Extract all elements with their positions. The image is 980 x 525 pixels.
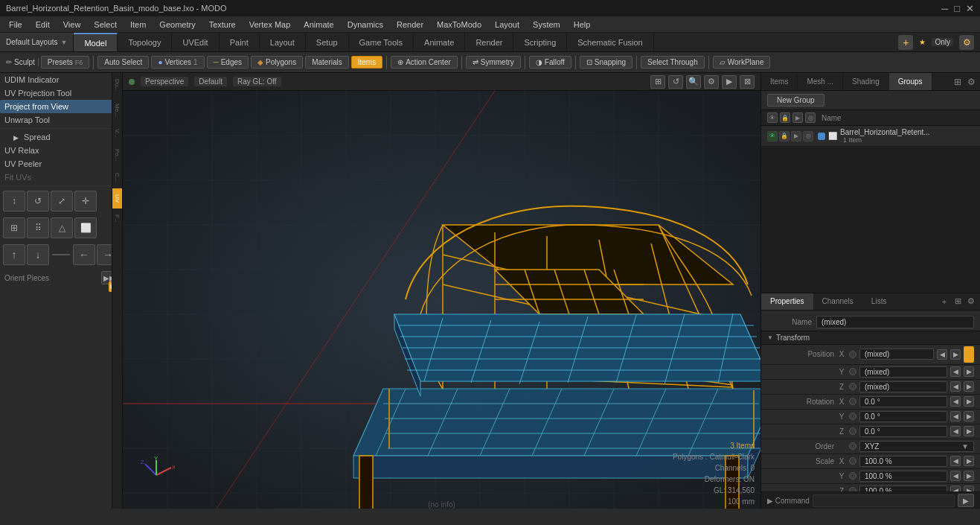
menu-file[interactable]: File bbox=[3, 19, 28, 31]
settings-icon[interactable]: ⚙ bbox=[959, 35, 974, 50]
edge-label-c[interactable]: C... bbox=[112, 167, 122, 188]
prop-rx-left-arrow[interactable]: ◀ bbox=[950, 396, 961, 407]
vertices-button[interactable]: ● Vertices 1 bbox=[151, 56, 204, 69]
sidebar-spread[interactable]: ▶ Spread bbox=[0, 130, 122, 144]
tab-scripting[interactable]: Scripting bbox=[513, 33, 567, 51]
gli-render-icon[interactable]: ▶ bbox=[791, 131, 801, 141]
vp-icon-expand[interactable]: ⊠ bbox=[740, 75, 755, 89]
tool-move[interactable]: ↕ bbox=[3, 191, 25, 211]
minimize-btn[interactable]: ─ bbox=[941, 3, 948, 14]
tab-animate[interactable]: Animate bbox=[414, 33, 465, 51]
menu-system[interactable]: System bbox=[527, 19, 566, 31]
prop-ry-left-arrow[interactable]: ◀ bbox=[950, 411, 961, 421]
prop-sz-right-arrow[interactable]: ▶ bbox=[964, 486, 974, 491]
sidebar-uv-relax[interactable]: UV Relax bbox=[0, 144, 122, 157]
add-tab-button[interactable]: + bbox=[898, 35, 913, 50]
viewport-default[interactable]: Default bbox=[194, 77, 227, 86]
menu-select[interactable]: Select bbox=[88, 19, 123, 31]
prop-x-orange[interactable] bbox=[964, 346, 974, 363]
layout-selector[interactable]: Default Layouts ▼ bbox=[0, 33, 74, 51]
prop-position-y-value[interactable]: (mixed) bbox=[859, 366, 947, 378]
auto-select-button[interactable]: Auto Select bbox=[97, 56, 149, 69]
sidebar-unwrap-tool[interactable]: Unwrap Tool bbox=[0, 113, 122, 127]
tab-render[interactable]: Render bbox=[465, 33, 513, 51]
new-group-button[interactable]: New Group bbox=[767, 94, 824, 106]
prop-name-input[interactable] bbox=[816, 316, 974, 328]
snapping-button[interactable]: ⊡ Snapping bbox=[580, 56, 632, 69]
gli-eye-icon[interactable]: 👁 bbox=[767, 131, 778, 141]
workplane-button[interactable]: ▱ WorkPlane bbox=[713, 56, 771, 69]
tab-setup[interactable]: Setup bbox=[306, 33, 349, 51]
viewport[interactable]: Perspective Default Ray GL: Off ⊞ ↺ 🔍 ⚙ … bbox=[123, 73, 760, 509]
edge-label-po[interactable]: Po... bbox=[112, 143, 122, 167]
symmetry-button[interactable]: ⇌ Symmetry bbox=[466, 56, 521, 69]
menu-vertexmap[interactable]: Vertex Map bbox=[243, 19, 297, 31]
tool-cube[interactable]: ⬜ bbox=[74, 217, 97, 238]
prop-rz-left-arrow[interactable]: ◀ bbox=[950, 426, 961, 436]
prop-x-left-arrow[interactable]: ◀ bbox=[937, 349, 947, 360]
tool-dot-grid[interactable]: ⠿ bbox=[27, 217, 49, 238]
select-through-button[interactable]: Select Through bbox=[641, 56, 705, 69]
group-list-item[interactable]: 👁 🔒 ▶ ◎ ⬜ Barrel_Horizontal_Retent... 1 … bbox=[761, 126, 980, 147]
prop-transform-header[interactable]: ▼ Transform bbox=[761, 331, 980, 345]
menu-texture[interactable]: Texture bbox=[203, 19, 242, 31]
prop-order-select[interactable]: XYZ ▼ bbox=[859, 441, 974, 452]
panel-settings-icon[interactable]: ⚙ bbox=[965, 76, 977, 88]
panel-tab-items[interactable]: Items bbox=[761, 73, 798, 90]
groups-icon-vis[interactable]: ◎ bbox=[805, 112, 816, 123]
prop-rotation-x-value[interactable]: 0.0 ° bbox=[859, 396, 947, 407]
close-btn[interactable]: ✕ bbox=[966, 3, 974, 14]
menu-layout[interactable]: Layout bbox=[489, 19, 525, 31]
prop-expand-icon[interactable]: ⊞ bbox=[952, 296, 964, 308]
prop-scale-z-value[interactable]: 100.0 % bbox=[859, 486, 947, 492]
panel-tab-groups[interactable]: Groups bbox=[889, 73, 932, 90]
prop-rx-dot[interactable] bbox=[849, 398, 856, 405]
prop-tab-lists[interactable]: Lists bbox=[862, 293, 896, 310]
menu-item[interactable]: Item bbox=[124, 19, 152, 31]
panel-tab-mesh[interactable]: Mesh ... bbox=[798, 73, 843, 90]
viewport-raygl[interactable]: Ray GL: Off bbox=[233, 77, 281, 86]
edge-label-uv[interactable]: UV bbox=[112, 188, 122, 209]
prop-z-dot[interactable] bbox=[849, 383, 856, 390]
tool-triangle[interactable]: △ bbox=[51, 217, 73, 238]
groups-icon-eye[interactable]: 👁 bbox=[767, 112, 778, 123]
prop-sx-dot[interactable] bbox=[849, 457, 856, 465]
viewport-perspective[interactable]: Perspective bbox=[141, 77, 188, 86]
groups-icon-lock[interactable]: 🔒 bbox=[780, 112, 790, 123]
prop-scale-y-value[interactable]: 100.0 % bbox=[859, 471, 947, 482]
prop-x-right-arrow[interactable]: ▶ bbox=[950, 349, 961, 360]
prop-rz-dot[interactable] bbox=[849, 427, 856, 435]
menu-view[interactable]: View bbox=[57, 19, 87, 31]
menu-geometry[interactable]: Geometry bbox=[153, 19, 201, 31]
prop-add-icon[interactable]: + bbox=[938, 296, 950, 308]
tool-grid[interactable]: ⊞ bbox=[3, 217, 25, 238]
items-button[interactable]: Items bbox=[351, 56, 382, 69]
sidebar-uv-projection[interactable]: UV Projection Tool bbox=[0, 86, 122, 100]
menu-animate[interactable]: Animate bbox=[298, 19, 339, 31]
prop-sy-left-arrow[interactable]: ◀ bbox=[950, 471, 961, 481]
prop-rotation-y-value[interactable]: 0.0 ° bbox=[859, 411, 947, 422]
prop-sx-right-arrow[interactable]: ▶ bbox=[964, 456, 974, 466]
gli-lock-icon[interactable]: 🔒 bbox=[779, 131, 790, 141]
tool-transform[interactable]: ✛ bbox=[74, 191, 97, 211]
edge-label-du[interactable]: Du... bbox=[112, 73, 122, 98]
menu-help[interactable]: Help bbox=[568, 19, 597, 31]
panel-expand-icon[interactable]: ⊞ bbox=[952, 76, 964, 88]
prop-z-left-arrow[interactable]: ◀ bbox=[950, 381, 961, 392]
groups-icon-render[interactable]: ▶ bbox=[792, 112, 803, 123]
presets-button[interactable]: Presets F6 bbox=[41, 56, 89, 69]
tool-scale[interactable]: ⤢ bbox=[51, 191, 73, 211]
edge-label-v[interactable]: V... bbox=[112, 123, 122, 143]
menu-render[interactable]: Render bbox=[391, 19, 429, 31]
prop-rz-right-arrow[interactable]: ▶ bbox=[964, 426, 974, 436]
arrow-up[interactable]: ↑ bbox=[3, 244, 25, 265]
edges-button[interactable]: ─ Edges bbox=[207, 56, 249, 69]
vp-icon-grid[interactable]: ⊞ bbox=[650, 75, 665, 89]
tab-topology[interactable]: Topology bbox=[118, 33, 172, 51]
prop-x-dot[interactable] bbox=[849, 351, 856, 358]
prop-tab-properties[interactable]: Properties bbox=[761, 293, 813, 310]
prop-order-dot[interactable] bbox=[849, 442, 856, 450]
falloff-button[interactable]: ◑ Falloff bbox=[529, 56, 571, 69]
prop-scale-x-value[interactable]: 100.0 % bbox=[859, 456, 947, 467]
tab-paint[interactable]: Paint bbox=[220, 33, 260, 51]
